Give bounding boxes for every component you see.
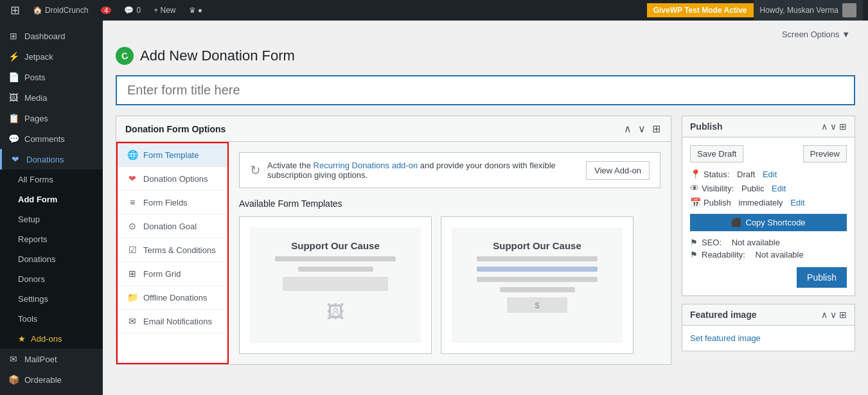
donation-goal-icon: ⊙ <box>127 221 138 231</box>
sidebar-item-pages[interactable]: 📋 Pages <box>0 108 103 128</box>
submenu-all-forms[interactable]: All Forms <box>0 170 103 189</box>
main-content: Screen Options ▼ C Add New Donation Form… <box>103 21 868 395</box>
visibility-edit-link[interactable]: Edit <box>772 184 786 193</box>
submenu-donations[interactable]: Donations <box>0 249 103 269</box>
submenu-settings[interactable]: Settings <box>0 289 103 309</box>
tpl-line-3 <box>477 277 597 282</box>
submenu-donors[interactable]: Donors <box>0 269 103 289</box>
shortcode-icon: ⬛ <box>731 218 741 227</box>
admin-bar: ⊞ 🏠 DroidCrunch 4 💬 0 + New ♛ ● GiveWP T… <box>0 0 868 21</box>
nav-form-grid[interactable]: ⊞ Form Grid <box>118 262 227 286</box>
save-draft-button[interactable]: Save Draft <box>690 145 743 162</box>
template-preview-2: Support Our Cause $ <box>452 227 623 343</box>
sidebar: ⊞ Dashboard ⚡ Jetpack 📄 Posts 🖼 Media 📋 … <box>0 21 103 395</box>
comments[interactable]: 💬 0 <box>119 0 146 21</box>
calendar-icon: 📅 <box>690 197 701 207</box>
panel-content: ↻ Activate the Recurring Donations add-o… <box>229 142 671 364</box>
featured-image-panel: Featured image ∧ ∨ ⊞ Set featured image <box>682 304 855 351</box>
submenu-tools[interactable]: Tools <box>0 309 103 329</box>
nav-terms-conditions[interactable]: ☑ Terms & Conditions <box>118 238 227 262</box>
sidebar-item-jetpack[interactable]: ⚡ Jetpack <box>0 46 103 67</box>
sidebar-item-orderable[interactable]: 📦 Orderable <box>0 369 103 390</box>
new-content[interactable]: + New <box>148 0 181 21</box>
panel-collapse-up[interactable]: ∧ <box>623 123 633 135</box>
submenu-add-ons[interactable]: ★ Add-ons <box>0 329 103 349</box>
screen-options-button[interactable]: Screen Options ▼ <box>777 27 855 42</box>
featured-image-title: Featured image <box>690 310 756 320</box>
submenu-setup[interactable]: Setup <box>0 209 103 229</box>
form-grid-icon: ⊞ <box>127 268 138 279</box>
form-fields-icon: ≡ <box>127 197 138 207</box>
featured-image-collapse-up[interactable]: ∧ <box>821 310 828 320</box>
nav-donation-options[interactable]: ❤ Donation Options <box>118 167 227 191</box>
sidebar-item-mailpoet[interactable]: ✉ MailPoet <box>0 349 103 369</box>
view-addon-button[interactable]: View Add-on <box>586 161 650 180</box>
terms-conditions-icon: ☑ <box>127 245 138 255</box>
publish-panel-header: Publish ∧ ∨ ⊞ <box>682 116 855 137</box>
site-name[interactable]: 🏠 DroidCrunch <box>28 0 93 21</box>
publish-edit-link[interactable]: Edit <box>790 198 804 207</box>
updates[interactable]: 4 <box>96 0 116 21</box>
donations-icon: ❤ <box>10 154 21 164</box>
sidebar-arrow <box>96 154 103 164</box>
jetpack-icon: ⚡ <box>8 51 19 62</box>
nav-form-fields[interactable]: ≡ Form Fields <box>118 191 227 215</box>
featured-image-collapse-down[interactable]: ∨ <box>830 310 837 320</box>
dashboard-icon: ⊞ <box>8 31 19 41</box>
templates-section-title: Available Form Templates <box>239 198 660 209</box>
tpl-line <box>275 256 395 261</box>
panel-header: Donation Form Options ∧ ∨ ⊞ <box>116 116 671 142</box>
seo-icon: ⚑ <box>690 238 698 247</box>
nav-offline-donations[interactable]: 📁 Offline Donations <box>118 286 227 310</box>
visibility-icon: 👁 <box>690 183 699 193</box>
readability-row: ⚑ Readability: Not available <box>690 250 847 259</box>
tpl-image-icon: 🖼 <box>326 301 344 322</box>
publish-collapse-up[interactable]: ∧ <box>821 121 828 132</box>
status-row: 📍 Status: Draft Edit <box>690 169 847 179</box>
email-notifications-icon: ✉ <box>127 316 138 326</box>
template-card-2[interactable]: Support Our Cause $ <box>441 216 633 354</box>
panel-collapse-down[interactable]: ∨ <box>637 123 647 135</box>
donation-form-options-panel: Donation Form Options ∧ ∨ ⊞ 🌐 Form T <box>116 116 671 365</box>
sidebar-item-posts[interactable]: 📄 Posts <box>0 67 103 87</box>
user-menu[interactable]: Howdy, Muskan Verma <box>754 0 864 21</box>
status-edit-link[interactable]: Edit <box>763 170 777 179</box>
tpl-bar <box>477 267 597 272</box>
right-sidebar: Publish ∧ ∨ ⊞ Save Draft <box>682 116 855 351</box>
submenu-reports[interactable]: Reports <box>0 229 103 249</box>
wp-logo[interactable]: ⊞ <box>5 0 25 21</box>
publish-collapse-down[interactable]: ∨ <box>830 121 837 132</box>
copy-shortcode-button[interactable]: ⬛ Copy Shortcode <box>690 214 847 231</box>
recurring-addon-link[interactable]: Recurring Donations add-on <box>314 161 418 170</box>
sidebar-item-comments[interactable]: 💬 Comments <box>0 128 103 149</box>
nav-email-notifications[interactable]: ✉ Email Notifications <box>118 310 227 333</box>
publish-panel: Publish ∧ ∨ ⊞ Save Draft <box>682 116 855 296</box>
sidebar-item-dashboard[interactable]: ⊞ Dashboard <box>0 26 103 46</box>
nav-donation-goal[interactable]: ⊙ Donation Goal <box>118 215 227 238</box>
form-title-input[interactable] <box>116 75 855 105</box>
page-title: Add New Donation Form <box>140 48 295 64</box>
panel-nav: 🌐 Form Template ❤ Donation Options ≡ For… <box>116 142 229 364</box>
publish-title: Publish <box>690 121 723 132</box>
publish-expand[interactable]: ⊞ <box>839 121 847 132</box>
template-card-1[interactable]: Support Our Cause 🖼 <box>239 216 432 354</box>
seo-row: ⚑ SEO: Not available <box>690 238 847 247</box>
publish-button[interactable]: Publish <box>797 267 847 288</box>
media-icon: 🖼 <box>8 92 19 103</box>
give-logo: C <box>116 47 134 65</box>
featured-image-body: Set featured image <box>682 326 855 351</box>
featured-image-expand[interactable]: ⊞ <box>839 310 847 320</box>
sidebar-item-donations[interactable]: ❤ Donations <box>0 149 103 170</box>
tpl-line-short <box>298 267 373 272</box>
comments-icon: 💬 <box>8 134 19 144</box>
sidebar-item-media[interactable]: 🖼 Media <box>0 87 103 108</box>
submenu-add-form[interactable]: Add Form <box>0 189 103 209</box>
status-icon: 📍 <box>690 169 701 179</box>
nav-form-template[interactable]: 🌐 Form Template <box>118 143 227 167</box>
donations-submenu: All Forms Add Form Setup Reports Donatio… <box>0 170 103 349</box>
preview-button[interactable]: Preview <box>803 145 847 162</box>
givewp-menu[interactable]: ♛ ● <box>184 0 208 21</box>
panel-expand[interactable]: ⊞ <box>651 123 662 135</box>
set-featured-image-link[interactable]: Set featured image <box>690 333 761 343</box>
form-template-icon: 🌐 <box>127 150 138 160</box>
